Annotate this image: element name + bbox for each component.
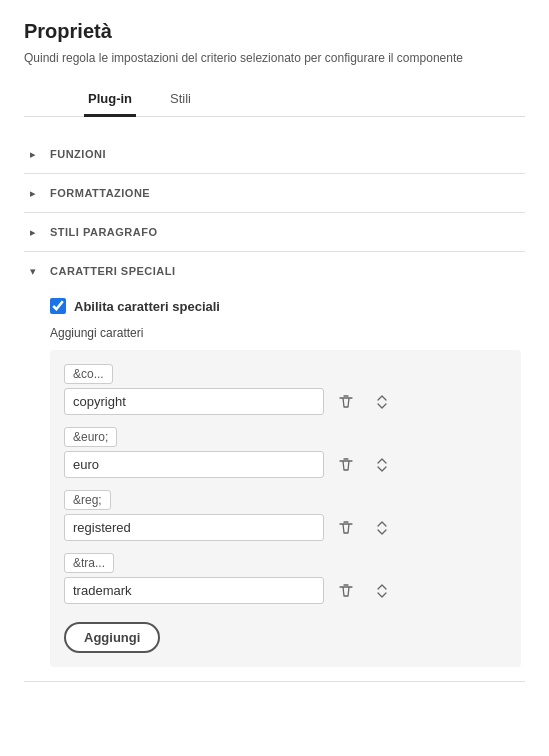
section-caratteri-speciali-header[interactable]: ▾ CARATTERI SPECIALI [24,252,525,290]
delete-trademark-button[interactable] [332,579,360,603]
reorder-copyright-button[interactable] [368,390,396,414]
delete-copyright-button[interactable] [332,390,360,414]
section-caratteri-speciali-label: CARATTERI SPECIALI [50,265,176,277]
char-tag-trademark: &tra... [64,553,114,573]
section-formattazione: ▸ FORMATTAZIONE [24,174,525,213]
section-formattazione-label: FORMATTAZIONE [50,187,150,199]
chevron-down-icon: ▾ [24,262,42,280]
page-title: Proprietà [24,20,525,43]
char-item-copyright: &co... [64,364,507,415]
char-input-row-euro [64,451,507,478]
page-subtitle: Quindi regola le impostazioni del criter… [24,51,525,65]
tab-bar: Plug-in Stili [24,85,525,117]
chevron-right-icon: ▸ [24,184,42,202]
chars-container: &co... &euro; [50,350,521,667]
char-item-registered: &reg; [64,490,507,541]
reorder-euro-button[interactable] [368,453,396,477]
enable-special-chars-row: Abilita caratteri speciali [50,298,525,314]
tab-stili[interactable]: Stili [166,85,195,117]
section-funzioni-header[interactable]: ▸ FUNZIONI [24,135,525,173]
char-input-euro[interactable] [64,451,324,478]
reorder-trademark-button[interactable] [368,579,396,603]
delete-euro-button[interactable] [332,453,360,477]
section-stili-paragrafo: ▸ STILI PARAGRAFO [24,213,525,252]
char-input-copyright[interactable] [64,388,324,415]
tab-plugin[interactable]: Plug-in [84,85,136,117]
enable-special-chars-label: Abilita caratteri speciali [74,299,220,314]
add-chars-label: Aggiungi caratteri [50,326,525,340]
section-stili-paragrafo-header[interactable]: ▸ STILI PARAGRAFO [24,213,525,251]
section-stili-paragrafo-label: STILI PARAGRAFO [50,226,158,238]
section-caratteri-speciali: ▾ CARATTERI SPECIALI Abilita caratteri s… [24,252,525,682]
char-tag-euro: &euro; [64,427,117,447]
section-formattazione-header[interactable]: ▸ FORMATTAZIONE [24,174,525,212]
chevron-right-icon: ▸ [24,223,42,241]
char-input-row-trademark [64,577,507,604]
char-input-registered[interactable] [64,514,324,541]
add-char-button[interactable]: Aggiungi [64,622,160,653]
section-funzioni: ▸ FUNZIONI [24,135,525,174]
char-tag-registered: &reg; [64,490,111,510]
enable-special-chars-checkbox[interactable] [50,298,66,314]
delete-registered-button[interactable] [332,516,360,540]
char-input-trademark[interactable] [64,577,324,604]
char-tag-copyright: &co... [64,364,113,384]
chevron-right-icon: ▸ [24,145,42,163]
char-item-euro: &euro; [64,427,507,478]
section-caratteri-speciali-content: Abilita caratteri speciali Aggiungi cara… [24,290,525,681]
char-input-row-registered [64,514,507,541]
char-item-trademark: &tra... [64,553,507,604]
section-funzioni-label: FUNZIONI [50,148,106,160]
char-input-row-copyright [64,388,507,415]
reorder-registered-button[interactable] [368,516,396,540]
